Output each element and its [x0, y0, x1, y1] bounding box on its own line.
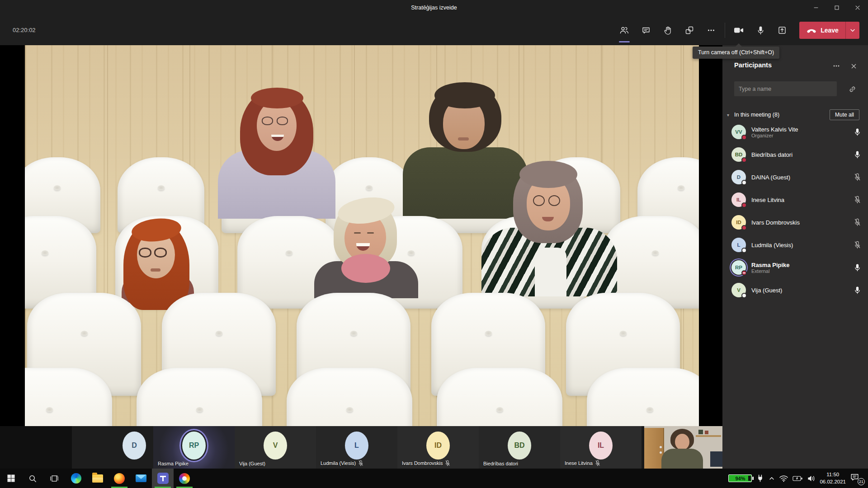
- mic-off-icon: [358, 460, 363, 466]
- chevron-down-icon: [849, 27, 856, 33]
- avatar: RP: [182, 432, 206, 460]
- participant-mic-icon[interactable]: [854, 128, 861, 136]
- participants-button[interactable]: [613, 21, 635, 39]
- tile-name: Vija (Guest): [239, 461, 265, 466]
- wifi-tray-icon[interactable]: [779, 475, 788, 482]
- system-tray: 94% 11:50 06.02.2021 21: [728, 469, 868, 488]
- battery-charging-icon: [793, 475, 803, 482]
- chair: [287, 368, 412, 426]
- participant-row[interactable]: ID Ivars Dombrovskis: [730, 211, 863, 234]
- taskbar-mail-button[interactable]: [130, 469, 152, 488]
- task-view-button[interactable]: [43, 469, 65, 488]
- participant-tile[interactable]: D: [72, 426, 153, 469]
- usb-device-tray-icon[interactable]: [756, 474, 764, 483]
- presence-dot: [741, 225, 747, 230]
- tray-date: 06.02.2021: [820, 479, 846, 486]
- taskbar-edge-button[interactable]: [65, 469, 87, 488]
- leave-button[interactable]: Leave: [799, 22, 845, 39]
- breakout-rooms-button[interactable]: [679, 21, 700, 39]
- window-title: Stratēģijas izveide: [0, 0, 868, 15]
- chat-icon: [642, 26, 651, 35]
- minimize-button[interactable]: [806, 0, 826, 15]
- taskbar-explorer-button[interactable]: [87, 469, 108, 488]
- battery-tray-icon[interactable]: [793, 475, 803, 482]
- participant-search-input[interactable]: [734, 81, 837, 96]
- chair: [437, 368, 562, 426]
- mic-off-icon: [445, 460, 450, 466]
- participant-row[interactable]: BD Biedrības datori: [730, 143, 863, 166]
- task-view-icon: [49, 474, 59, 483]
- section-label: In this meeting (8): [734, 112, 779, 118]
- participant-mic-icon[interactable]: [854, 196, 861, 204]
- meeting-timer: 02:20:02: [13, 15, 36, 45]
- presence-dot: [741, 157, 747, 163]
- section-caret-icon[interactable]: ▾: [727, 113, 734, 117]
- camera-icon: [733, 26, 744, 35]
- mic-toggle-button[interactable]: [750, 21, 771, 39]
- speaker-icon: [807, 475, 816, 482]
- tray-overflow-button[interactable]: [769, 475, 775, 482]
- presence-dot: [741, 202, 747, 208]
- participant-row[interactable]: L Ludmila (Viesis): [730, 234, 863, 256]
- taskbar-paint-button[interactable]: [174, 469, 195, 488]
- camera-tooltip: Turn camera off (Ctrl+Shift+O): [693, 47, 779, 59]
- participant-tile[interactable]: L Ludmila (Viesis): [316, 426, 397, 469]
- share-screen-button[interactable]: [771, 21, 793, 39]
- chat-button[interactable]: [635, 21, 657, 39]
- teams-meeting-window: Stratēģijas izveide 02:20:02 Leave: [0, 0, 868, 488]
- participant-row[interactable]: V Vija (Guest): [730, 279, 863, 301]
- taskbar-firefox-button[interactable]: [108, 469, 130, 488]
- participant-tile[interactable]: IL Inese Litvina: [560, 426, 642, 469]
- leave-options-button[interactable]: [846, 22, 859, 39]
- close-button[interactable]: [847, 0, 868, 15]
- mute-all-button[interactable]: Mute all: [830, 109, 859, 120]
- panel-more-button[interactable]: [830, 60, 843, 72]
- meeting-section-header: ▾ In this meeting (8) Mute all: [727, 109, 859, 121]
- participant-row[interactable]: VV Valters Kalvis ViteOrganizer: [730, 121, 863, 143]
- mic-icon: [757, 26, 764, 35]
- close-icon: [850, 63, 857, 70]
- copy-link-button[interactable]: [845, 82, 859, 96]
- plug-icon: [756, 474, 764, 483]
- participant-mic-icon[interactable]: [854, 286, 861, 294]
- participant-mic-icon[interactable]: [854, 150, 861, 159]
- panel-title: Participants: [734, 61, 772, 69]
- maximize-button[interactable]: [826, 0, 847, 15]
- participant-tile[interactable]: V Vija (Guest): [235, 426, 316, 469]
- participant-row[interactable]: IL Inese Litvina: [730, 188, 863, 211]
- start-button[interactable]: [0, 469, 22, 488]
- paint-icon: [179, 473, 190, 484]
- avatar: D: [123, 432, 146, 460]
- raise-hand-button[interactable]: [657, 21, 679, 39]
- participant-row[interactable]: RP Rasma PipikeExternal: [730, 256, 863, 279]
- participant-mic-icon[interactable]: [854, 241, 861, 249]
- camera-toggle-button[interactable]: [728, 21, 750, 39]
- presence-dot: [741, 180, 747, 185]
- mail-icon: [136, 474, 146, 482]
- tile-name: Rasma Pipike: [158, 461, 189, 466]
- participant-row[interactable]: D DAINA (Guest): [730, 166, 863, 188]
- avatar: RP: [731, 260, 746, 275]
- tile-name: Inese Litvina: [565, 460, 593, 466]
- self-video-tile[interactable]: [642, 426, 722, 469]
- clock[interactable]: 11:50 06.02.2021: [820, 471, 846, 485]
- more-actions-button[interactable]: [700, 21, 722, 39]
- windows-logo-icon: [7, 474, 15, 482]
- volume-tray-icon[interactable]: [807, 475, 816, 482]
- avatar: ID: [426, 432, 450, 460]
- participant-mic-icon[interactable]: [854, 263, 861, 272]
- tile-name: Ludmila (Viesis): [321, 460, 356, 466]
- participant-tile[interactable]: ID Ivars Dombrovskis: [397, 426, 479, 469]
- presence-dot: [741, 248, 747, 253]
- participant-mic-icon[interactable]: [854, 173, 861, 181]
- participant-tile[interactable]: BD Biedrības datori: [479, 426, 560, 469]
- taskbar-teams-button[interactable]: [152, 469, 174, 488]
- action-center-button[interactable]: 21: [850, 472, 863, 485]
- taskbar-search-button[interactable]: [22, 469, 43, 488]
- battery-percent-indicator[interactable]: 94%: [728, 474, 752, 482]
- participant-tile[interactable]: RP Rasma Pipike: [153, 426, 235, 469]
- presence-dot: [741, 135, 747, 140]
- avatar: L: [345, 432, 368, 460]
- panel-close-button[interactable]: [847, 60, 860, 72]
- participant-mic-icon[interactable]: [854, 218, 861, 226]
